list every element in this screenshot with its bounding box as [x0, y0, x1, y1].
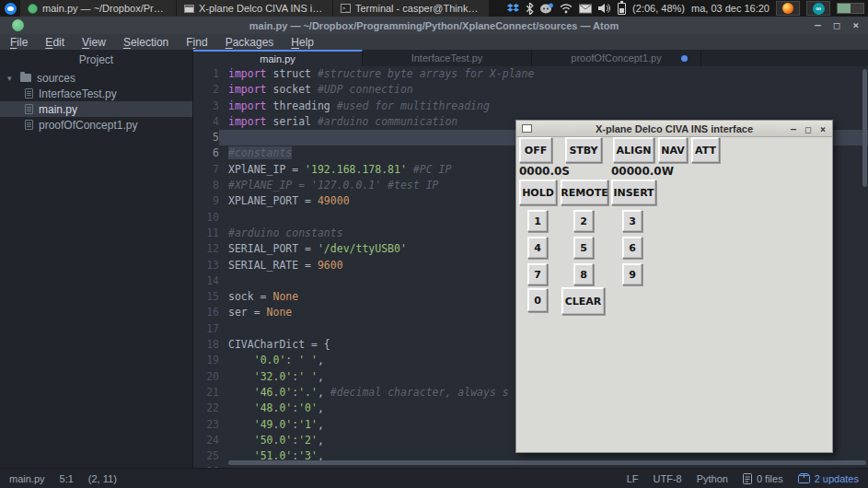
line-number: 15 — [193, 289, 219, 305]
close-button[interactable]: × — [852, 19, 859, 31]
volume-icon[interactable] — [598, 3, 611, 14]
keypad-5-button[interactable]: 5 — [573, 237, 594, 259]
line-number: 16 — [193, 305, 219, 320]
nav-button[interactable]: NAV — [658, 137, 688, 163]
keypad-2-button[interactable]: 2 — [573, 210, 594, 232]
keypad-4-button[interactable]: 4 — [527, 237, 548, 259]
keypad-6-button[interactable]: 6 — [622, 237, 642, 259]
workspace-1[interactable] — [838, 4, 851, 13]
workspace-2[interactable] — [851, 4, 863, 13]
att-button[interactable]: ATT — [691, 137, 720, 163]
civa-minimize-button[interactable]: – — [791, 124, 796, 134]
hold-button[interactable]: HOLD — [519, 180, 557, 205]
vertical-scrollbar[interactable] — [862, 69, 867, 187]
dropbox-icon[interactable] — [507, 3, 519, 15]
insert-button[interactable]: INSERT — [611, 180, 656, 205]
line-number: 23 — [193, 417, 219, 433]
battery-status[interactable]: (2:06, 48%) — [632, 3, 685, 14]
bluetooth-icon[interactable] — [526, 3, 534, 15]
taskbar-window-civa[interactable]: X-plane Delco CIVA INS interf... — [177, 0, 333, 17]
status-grammar[interactable]: Python — [697, 473, 728, 484]
arduino-launcher[interactable]: ∞ — [806, 1, 830, 16]
atom-icon — [28, 4, 38, 14]
menu-help[interactable]: Help — [291, 36, 314, 49]
tab-label: proofOfConcept1.py — [571, 52, 661, 64]
tree-file-main[interactable]: main.py — [0, 101, 192, 117]
clock[interactable]: ma, 03 dec 16:20 — [691, 3, 770, 14]
keypad-0-button[interactable]: 0 — [527, 288, 548, 312]
civa-maximize-button[interactable]: □ — [805, 124, 811, 134]
tree-folder-sources[interactable]: ▾ sources — [0, 70, 192, 86]
line-number: 2 — [193, 82, 219, 98]
line-number: 10 — [193, 210, 219, 226]
workspace-pager[interactable] — [837, 3, 864, 14]
file-icon — [25, 88, 33, 99]
civa-title-bar[interactable]: X-plane Delco CIVA INS interface – □ × — [516, 121, 832, 137]
tree-file-proofofconcept[interactable]: proofOfConcept1.py — [0, 117, 192, 133]
atom-app-icon — [12, 19, 24, 31]
firefox-launcher[interactable] — [776, 1, 800, 16]
status-line-ending[interactable]: LF — [627, 473, 639, 484]
menu-view[interactable]: View — [82, 36, 106, 49]
discord-icon[interactable] — [540, 3, 553, 15]
minimize-button[interactable]: – — [815, 19, 821, 31]
stby-button[interactable]: STBY — [565, 137, 602, 163]
civa-window-title: X-plane Delco CIVA INS interface — [516, 123, 832, 134]
taskbar-window-terminal[interactable]: >_ Terminal - casper@ThinkPad-... — [333, 0, 490, 17]
horizontal-scrollbar[interactable] — [228, 460, 866, 465]
status-filename[interactable]: main.py — [9, 473, 45, 484]
folder-name: sources — [37, 72, 75, 85]
line-number: 24 — [193, 433, 219, 448]
taskbar-window-label: main.py — ~/Dropbox/Progra... — [42, 3, 168, 14]
code-line: 3import threading #used for multithreadi… — [193, 99, 868, 114]
line-number: 9 — [193, 193, 219, 209]
line-number: 13 — [193, 258, 219, 273]
civa-close-button[interactable]: × — [820, 124, 826, 134]
menu-file[interactable]: File — [10, 36, 28, 49]
keypad-1-button[interactable]: 1 — [527, 210, 548, 232]
status-cursor-position[interactable]: 5:1 — [60, 473, 74, 484]
tab-main-py[interactable]: main.py — [193, 50, 363, 66]
mail-icon[interactable] — [579, 4, 592, 14]
keypad-3-button[interactable]: 3 — [622, 210, 642, 232]
atom-title-bar: main.py — ~/Dropbox/Programming/Python/X… — [0, 17, 868, 34]
remote-button[interactable]: REMOTE — [561, 180, 608, 205]
window-icon — [184, 5, 194, 13]
tab-proofofconcept-py[interactable]: proofOfConcept1.py — [532, 50, 701, 66]
wifi-icon[interactable] — [560, 3, 573, 14]
file-icon — [25, 104, 33, 114]
line-number: 25 — [193, 448, 219, 464]
tree-file-interfacetest[interactable]: InterfaceTest.py — [0, 86, 192, 101]
tab-label: main.py — [260, 53, 295, 64]
battery-icon[interactable] — [618, 3, 626, 15]
status-encoding[interactable]: UTF-8 — [654, 473, 682, 484]
line-number: 11 — [193, 226, 219, 241]
menu-find[interactable]: Find — [186, 36, 207, 49]
civa-ins-window: X-plane Delco CIVA INS interface – □ × O… — [515, 120, 833, 453]
status-updates[interactable]: 2 updates — [798, 473, 859, 484]
line-number: 22 — [193, 401, 219, 416]
menu-edit[interactable]: Edit — [45, 36, 64, 49]
status-git-files[interactable]: 0 files — [743, 473, 783, 484]
terminal-icon: >_ — [341, 4, 351, 13]
menu-packages[interactable]: Packages — [226, 36, 274, 49]
line-number: 17 — [193, 321, 219, 337]
keypad-7-button[interactable]: 7 — [527, 263, 548, 285]
off-button[interactable]: OFF — [519, 137, 552, 163]
line-number: 14 — [193, 273, 219, 289]
file-icon — [25, 120, 33, 130]
file-name: proofOfConcept1.py — [39, 119, 137, 132]
taskbar-window-atom[interactable]: main.py — ~/Dropbox/Progra... — [20, 0, 177, 17]
applications-menu-button[interactable] — [0, 0, 20, 17]
maximize-button[interactable]: □ — [834, 19, 840, 31]
align-button[interactable]: ALIGN — [613, 137, 654, 163]
status-bar: main.py 5:1 (2, 11) LF UTF-8 Python 0 fi… — [0, 468, 868, 488]
tab-interfacetest-py[interactable]: InterfaceTest.py — [363, 50, 532, 66]
keypad-9-button[interactable]: 9 — [622, 263, 642, 285]
clear-button[interactable]: CLEAR — [561, 287, 605, 315]
keypad-8-button[interactable]: 8 — [573, 263, 594, 285]
project-tree: Project ▾ sources InterfaceTest.py main.… — [0, 50, 193, 468]
longitude-display: 00000.0W — [611, 165, 674, 178]
latitude-display: 0000.0S — [519, 165, 570, 178]
menu-selection[interactable]: Selection — [123, 36, 168, 49]
